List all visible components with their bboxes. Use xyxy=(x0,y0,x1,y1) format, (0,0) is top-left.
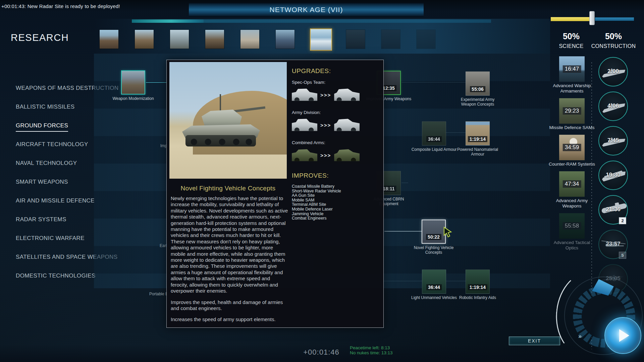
era-tech-icon[interactable] xyxy=(135,30,154,49)
construction-queue-item[interactable]: 4:06 xyxy=(598,92,628,121)
clipped-node-label: Earl xyxy=(160,243,167,248)
upgrade-from-vehicle-icon xyxy=(292,148,317,162)
construction-queue-item[interactable]: 2:00 xyxy=(598,57,628,86)
tech-node-label: Light Unmanned Vehicles xyxy=(410,295,459,300)
era-tech-icon[interactable] xyxy=(310,28,332,51)
tech-node[interactable]: 36:44 Composite Liquid Armour xyxy=(422,121,446,152)
era-title-banner: NETWORK AGE (VII) xyxy=(189,3,424,17)
no-nukes-timer: No nukes time: 13:13 xyxy=(350,351,393,356)
research-queue-label: Advanced Warship Armaments xyxy=(548,83,595,94)
tech-node-thumbnail: 1:19:14 xyxy=(466,269,490,294)
tech-node-label: Composite Liquid Armour xyxy=(410,147,459,152)
construction-timer: 21:36 xyxy=(599,206,627,213)
upgrade-unit-label: Combined Arms: xyxy=(292,140,382,145)
upgrade-from-vehicle-icon xyxy=(292,118,317,132)
upgrade-arrow-icon: >>> xyxy=(320,92,331,98)
construction-queue-item[interactable]: 21:36 2 xyxy=(598,195,628,225)
clipped-node-label: Portable E xyxy=(149,292,168,296)
improves-item: AA Gun Site xyxy=(292,193,382,198)
count-badge: 2 xyxy=(619,217,626,224)
tree-connector-line xyxy=(384,281,422,281)
upgrade-arrow-icon: >>> xyxy=(320,153,331,158)
tech-node[interactable]: 36:44 Light Unmanned Vehicles xyxy=(422,269,446,300)
tech-photo-tank xyxy=(169,62,287,179)
tech-node-timer: 55:06 xyxy=(470,86,485,92)
construction-timer: 19:30 xyxy=(599,172,627,178)
research-queue-timer: 16:47 xyxy=(563,65,581,73)
tank-tracks xyxy=(185,135,256,146)
construction-queue-item[interactable]: 23:57 5 xyxy=(598,230,628,259)
upgrade-row: Combined Arms: >>> xyxy=(292,140,382,165)
research-queue-item[interactable]: 29:23 Missile Defence SAMs xyxy=(548,98,595,130)
tech-node-timer: 1:19:14 xyxy=(468,136,487,142)
era-title: NETWORK AGE (VII) xyxy=(189,3,424,16)
tech-node[interactable]: 1:19:14 Robotic Infantry Aids xyxy=(466,269,490,300)
tech-node-label: Novel Fighting Vehicle Concepts xyxy=(409,245,458,255)
tech-node-timer: 1:19:14 xyxy=(468,284,487,290)
era-tech-icon[interactable] xyxy=(100,30,118,49)
research-queue-item[interactable]: 55:58 Advanced Tactical Optics xyxy=(548,213,595,251)
research-queue-label: Advanced Army Weapons xyxy=(548,198,595,209)
game-clock: +00:01:46 xyxy=(288,348,355,357)
era-tech-icon[interactable] xyxy=(276,30,294,49)
upgrade-from-vehicle-icon xyxy=(292,88,317,102)
era-tech-icon[interactable] xyxy=(381,30,400,49)
treaty-timers: Peacetime left: 8:13 No nukes time: 13:1… xyxy=(350,346,393,355)
description-paragraph: Increases the speed of army support elem… xyxy=(171,316,288,322)
tree-connector-line xyxy=(384,231,422,232)
description-paragraph: Improves the speed, health and damage of… xyxy=(171,299,288,312)
popup-right-column: UPGRADES: Spec-Ops Team: >>> Army Divisi… xyxy=(292,60,382,221)
research-queue-thumbnail: 47:34 xyxy=(559,171,585,197)
era-tech-icon[interactable] xyxy=(346,30,365,49)
tech-node[interactable]: 50:22 Novel Fighting Vehicle Concepts xyxy=(422,220,446,255)
play-icon xyxy=(619,329,629,342)
peacetime-timer: Peacetime left: 8:13 xyxy=(350,346,393,351)
tech-node-label: Robotic Infantry Aids xyxy=(453,295,502,300)
research-queue-timer: 47:34 xyxy=(563,180,581,188)
research-queue-item[interactable]: 16:47 Advanced Warship Armaments xyxy=(548,56,595,94)
construction-timer: 2:00 xyxy=(599,68,627,75)
popup-description: Newly emerging technologies have the pot… xyxy=(171,195,288,328)
research-queue-label: Missile Defence SAMs xyxy=(549,125,594,130)
era-tech-icon[interactable] xyxy=(417,30,435,49)
construction-percent: 50% xyxy=(588,32,639,41)
research-queue-thumbnail: 55:58 xyxy=(559,213,585,239)
upgrade-arrow-icon: >>> xyxy=(320,122,331,128)
tech-node-label: Experimental Army Weapon Concepts xyxy=(453,97,502,107)
tech-node[interactable]: 1:19:14 Powered Nanomaterial Armour xyxy=(466,121,490,157)
construction-timer: 7:45 xyxy=(599,137,627,144)
era-tech-icon[interactable] xyxy=(240,30,259,49)
play-button[interactable] xyxy=(604,317,641,354)
fast-forward-icon[interactable]: » xyxy=(578,333,582,340)
tech-node-timer: 36:44 xyxy=(426,136,442,142)
allocation-slider-science-track[interactable] xyxy=(551,17,590,21)
improves-item: Mobile Defence Laser xyxy=(292,207,382,212)
upgrade-unit-label: Army Division: xyxy=(292,110,382,115)
allocation-slider-construction-track[interactable] xyxy=(595,17,634,21)
tech-node-thumbnail: 1:19:14 xyxy=(466,121,490,145)
research-queue-item[interactable]: 47:34 Advanced Army Weapons xyxy=(548,171,595,209)
description-paragraph: Newly emerging technologies have the pot… xyxy=(171,195,288,294)
construction-queue-item[interactable]: 19:30 xyxy=(598,161,628,190)
upgrade-vehicles: >>> xyxy=(292,145,382,165)
construction-queue-item[interactable]: 7:45 xyxy=(598,126,628,156)
era-tech-icon[interactable] xyxy=(170,30,189,49)
sidebar-category[interactable]: GROUND FORCES xyxy=(16,122,68,132)
tree-connector-line xyxy=(401,82,466,82)
research-queue-item[interactable]: 34:59 Counter-RAM Systems xyxy=(548,135,595,167)
tech-node-thumbnail: 55:06 xyxy=(466,71,490,96)
tech-node[interactable]: Weapon Modernization xyxy=(121,70,145,101)
construction-allocation: 50% CONSTRUCTION xyxy=(588,32,639,49)
improves-item: Terminal ABM Site xyxy=(292,202,382,207)
tech-node[interactable]: 55:06 Experimental Army Weapon Concepts xyxy=(466,71,490,107)
improves-list: Coastal Missile Battery Short-Wave Radar… xyxy=(292,184,382,221)
construction-label: CONSTRUCTION xyxy=(588,43,639,49)
tech-node-thumbnail: 50:22 xyxy=(422,220,446,244)
improves-item: Mobile SAM xyxy=(292,198,382,203)
allocation-slider-handle[interactable] xyxy=(589,11,595,25)
exit-button[interactable]: EXIT xyxy=(509,337,560,345)
mouse-cursor xyxy=(443,227,453,238)
era-tech-icon[interactable] xyxy=(205,30,224,49)
tech-node-thumbnail xyxy=(121,70,145,95)
tree-connector-line xyxy=(446,281,466,281)
